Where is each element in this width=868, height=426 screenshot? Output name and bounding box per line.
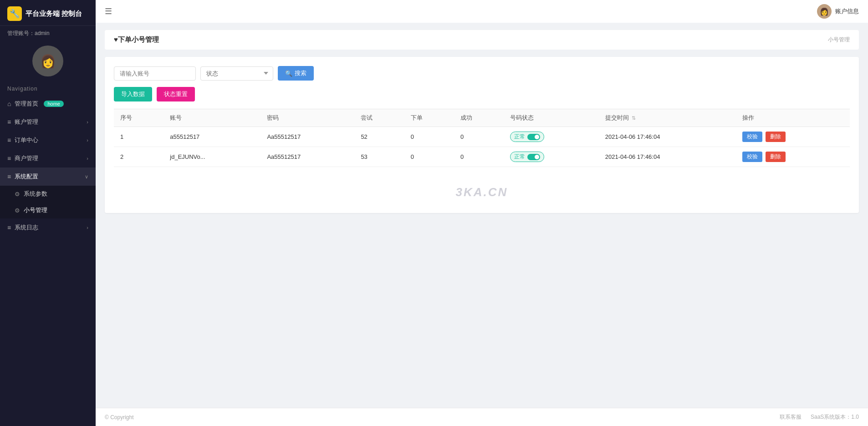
delete-button[interactable]: 删除 bbox=[766, 132, 786, 142]
sidebar-item-syslog-label: 系统日志 bbox=[15, 223, 38, 232]
status-badge: 正常 bbox=[510, 152, 544, 162]
sysconfig-icon: ≡ bbox=[7, 173, 11, 180]
topbar: ☰ 👩 账户信息 bbox=[96, 0, 868, 23]
topbar-left: ☰ bbox=[105, 6, 112, 16]
search-btn-label: 搜索 bbox=[295, 69, 306, 77]
topbar-avatar: 👩 bbox=[817, 4, 832, 19]
sidebar-item-merchant[interactable]: ≡ 商户管理 › bbox=[0, 149, 96, 167]
cell-password: Aa55512517 bbox=[260, 127, 354, 147]
syslog-arrow-icon: › bbox=[87, 225, 88, 230]
sidebar-item-account-label: 账户管理 bbox=[15, 118, 38, 126]
cell-status: 正常 bbox=[504, 147, 598, 167]
topbar-right[interactable]: 👩 账户信息 bbox=[817, 4, 859, 19]
main-card: 状态 正常 禁用 🔍 搜索 导入数据 状态重置 序号 账 bbox=[105, 57, 859, 213]
sidebar-item-order-label: 订单中心 bbox=[15, 136, 38, 144]
cell-success: 0 bbox=[454, 147, 504, 167]
sidebar-item-sysconfig-label: 系统配置 bbox=[15, 172, 38, 181]
sidebar-item-account[interactable]: ≡ 账户管理 › bbox=[0, 113, 96, 131]
logo-icon: 🔧 bbox=[7, 6, 22, 21]
table-header-row: 序号 账号 密码 尝试 下单 成功 号码状态 提交时间 ⇅ 操作 bbox=[114, 109, 850, 127]
sidebar-item-home[interactable]: ⌂ 管理首页 home bbox=[0, 95, 96, 113]
sidebar-item-syslog[interactable]: ≡ 系统日志 › bbox=[0, 218, 96, 237]
toggle-on-icon[interactable] bbox=[527, 154, 540, 160]
account-arrow-icon: › bbox=[87, 119, 88, 125]
hamburger-icon[interactable]: ☰ bbox=[105, 6, 112, 16]
table-row: 2 jd_EJUNVo... Aa55512517 53 0 0 正常 2021… bbox=[114, 147, 850, 167]
sort-icon[interactable]: ⇅ bbox=[632, 115, 636, 121]
breadcrumb-bar: ♥下单小号管理 小号管理 bbox=[105, 30, 859, 50]
cell-password: Aa55512517 bbox=[260, 147, 354, 167]
app-title: 平台业务端 控制台 bbox=[26, 10, 82, 18]
topbar-username: 账户信息 bbox=[835, 7, 859, 15]
toggle-on-icon[interactable] bbox=[527, 134, 540, 140]
sidebar-item-sysconfig[interactable]: ≡ 系统配置 ∨ bbox=[0, 167, 96, 186]
main: ☰ 👩 账户信息 ♥下单小号管理 小号管理 状态 正常 禁用 🔍 bbox=[96, 0, 868, 426]
order-arrow-icon: › bbox=[87, 137, 88, 143]
cell-try: 53 bbox=[354, 147, 404, 167]
col-success: 成功 bbox=[454, 109, 504, 127]
verify-button[interactable]: 校验 bbox=[742, 152, 762, 162]
footer-copyright: © Copyright bbox=[105, 414, 134, 421]
page-content: ♥下单小号管理 小号管理 状态 正常 禁用 🔍 搜索 导入数据 bbox=[96, 23, 868, 408]
search-icon: 🔍 bbox=[285, 70, 292, 77]
admin-label: 管理账号：admin bbox=[0, 26, 96, 41]
cell-op: 校验 删除 bbox=[736, 127, 850, 147]
cell-time: 2021-04-06 17:46:04 bbox=[599, 147, 736, 167]
page-title: ♥下单小号管理 bbox=[114, 36, 159, 44]
cell-account: a55512517 bbox=[163, 127, 260, 147]
action-bar: 导入数据 状态重置 bbox=[114, 87, 850, 101]
sidebar-item-home-label: 管理首页 bbox=[15, 100, 38, 108]
syslog-icon: ≡ bbox=[7, 224, 11, 231]
col-account: 账号 bbox=[163, 109, 260, 127]
watermark: 3KA.CN bbox=[114, 167, 850, 204]
sysconfig-arrow-icon: ∨ bbox=[85, 174, 88, 180]
cell-success: 0 bbox=[454, 127, 504, 147]
sidebar-header: 🔧 平台业务端 控制台 bbox=[0, 0, 96, 26]
cell-try: 52 bbox=[354, 127, 404, 147]
merchant-arrow-icon: › bbox=[87, 156, 88, 161]
search-button[interactable]: 🔍 搜索 bbox=[278, 66, 314, 81]
cell-time: 2021-04-06 17:46:04 bbox=[599, 127, 736, 147]
sysconfig-submenu: ⚙ 系统参数 ⚙ 小号管理 bbox=[0, 186, 96, 218]
search-input[interactable] bbox=[114, 66, 196, 81]
submanage-icon: ⚙ bbox=[15, 207, 20, 214]
data-table: 序号 账号 密码 尝试 下单 成功 号码状态 提交时间 ⇅ 操作 bbox=[114, 109, 850, 167]
status-select[interactable]: 状态 正常 禁用 bbox=[200, 66, 273, 81]
table-row: 1 a55512517 Aa55512517 52 0 0 正常 2021-04… bbox=[114, 127, 850, 147]
cell-order: 0 bbox=[404, 127, 454, 147]
col-try: 尝试 bbox=[354, 109, 404, 127]
sidebar-item-submanage[interactable]: ⚙ 小号管理 bbox=[0, 202, 96, 218]
delete-button[interactable]: 删除 bbox=[766, 152, 786, 162]
merchant-icon: ≡ bbox=[7, 155, 11, 162]
status-badge: 正常 bbox=[510, 132, 544, 142]
footer: © Copyright 联系客服 SaaS系统版本：1.0 bbox=[96, 408, 868, 426]
sidebar-item-sysparams-label: 系统参数 bbox=[24, 190, 47, 198]
sidebar-item-submanage-label: 小号管理 bbox=[24, 206, 47, 214]
cell-seq: 2 bbox=[114, 147, 163, 167]
import-button[interactable]: 导入数据 bbox=[114, 87, 152, 101]
col-seq: 序号 bbox=[114, 109, 163, 127]
sidebar-item-sysparams[interactable]: ⚙ 系统参数 bbox=[0, 186, 96, 202]
col-time: 提交时间 ⇅ bbox=[599, 109, 736, 127]
order-icon: ≡ bbox=[7, 137, 11, 144]
col-password: 密码 bbox=[260, 109, 354, 127]
nav-label: Navigation bbox=[0, 83, 96, 95]
col-order: 下单 bbox=[404, 109, 454, 127]
footer-version: SaaS系统版本：1.0 bbox=[811, 413, 859, 421]
sidebar-item-order[interactable]: ≡ 订单中心 › bbox=[0, 131, 96, 149]
cell-account: jd_EJUNVo... bbox=[163, 147, 260, 167]
footer-contact[interactable]: 联系客服 bbox=[780, 413, 802, 421]
cell-status: 正常 bbox=[504, 127, 598, 147]
cell-op: 校验 删除 bbox=[736, 147, 850, 167]
sidebar: 🔧 平台业务端 控制台 管理账号：admin 👩 Navigation ⌂ 管理… bbox=[0, 0, 96, 426]
search-bar: 状态 正常 禁用 🔍 搜索 bbox=[114, 66, 850, 81]
cell-seq: 1 bbox=[114, 127, 163, 147]
verify-button[interactable]: 校验 bbox=[742, 132, 762, 142]
account-icon: ≡ bbox=[7, 118, 11, 126]
avatar-area: 👩 bbox=[0, 41, 96, 83]
cell-order: 0 bbox=[404, 147, 454, 167]
footer-right: 联系客服 SaaS系统版本：1.0 bbox=[780, 413, 859, 421]
sidebar-item-merchant-label: 商户管理 bbox=[15, 154, 38, 162]
home-badge: home bbox=[44, 101, 64, 107]
reset-status-button[interactable]: 状态重置 bbox=[157, 87, 195, 101]
